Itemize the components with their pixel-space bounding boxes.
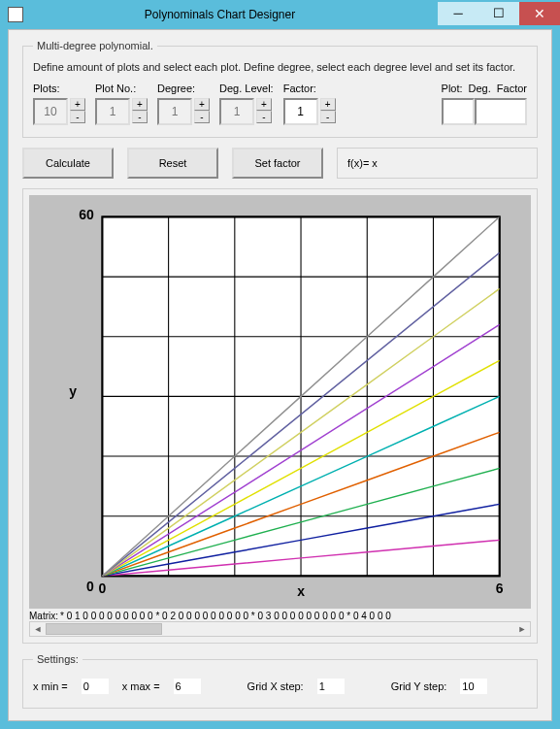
plots-label: Plots:	[33, 83, 85, 94]
readout-deg-label: Deg.	[469, 83, 491, 94]
settings-groupbox: Settings: x min = x max = Grid X step: G…	[22, 653, 538, 709]
deglevel-input[interactable]	[219, 98, 254, 125]
xmax-label: x max =	[122, 680, 160, 692]
calculate-button[interactable]: Calculate	[22, 148, 114, 179]
gridx-input[interactable]	[317, 679, 345, 694]
settings-title: Settings:	[33, 653, 82, 665]
app-icon	[8, 7, 23, 22]
titlebar: Polynominals Chart Designer ─ ☐ ✕	[0, 0, 560, 29]
app-window: Polynominals Chart Designer ─ ☐ ✕ Multi-…	[0, 0, 560, 729]
window-title: Polynominals Chart Designer	[31, 8, 438, 21]
deglevel-label: Deg. Level:	[219, 83, 274, 94]
chart-panel: 06006xy Matrix: * 0 1 0 0 0 0 0 0 0 0 0 …	[22, 188, 538, 644]
degree-inc-button[interactable]: +	[194, 98, 210, 111]
readout-factor-label: Factor	[497, 83, 527, 94]
plotno-group: Plot No.: + -	[95, 83, 148, 125]
reset-button[interactable]: Reset	[127, 148, 218, 179]
plots-inc-button[interactable]: +	[70, 98, 85, 111]
client-area: Multi-degree polynomial. Define amount o…	[8, 29, 552, 721]
gridx-label: Grid X step:	[247, 680, 304, 692]
close-button[interactable]: ✕	[519, 2, 560, 25]
scroll-thumb[interactable]	[46, 623, 162, 635]
xmin-label: x min =	[33, 680, 68, 692]
factor-group: Factor: + -	[283, 83, 336, 125]
degree-dec-button[interactable]: -	[194, 111, 210, 123]
degree-input[interactable]	[157, 98, 192, 125]
fx-label: f(x)= x	[347, 157, 378, 169]
deglevel-inc-button[interactable]: +	[256, 98, 272, 111]
deglevel-group: Deg. Level: + -	[219, 83, 274, 125]
plotno-dec-button[interactable]: -	[132, 111, 148, 123]
gridy-input[interactable]	[460, 679, 487, 694]
readout-degfactor-box	[475, 98, 527, 125]
factor-label: Factor:	[283, 83, 336, 94]
factor-input[interactable]	[283, 98, 318, 125]
factor-dec-button[interactable]: -	[320, 111, 336, 123]
polynomial-groupbox: Multi-degree polynomial. Define amount o…	[22, 40, 538, 138]
svg-text:60: 60	[79, 206, 94, 221]
matrix-label: Matrix:	[29, 611, 58, 621]
gridy-label: Grid Y step:	[391, 680, 447, 692]
svg-text:0: 0	[86, 579, 94, 594]
readout-plot-box	[442, 98, 475, 125]
fx-display: f(x)= x	[337, 148, 538, 179]
plots-dec-button[interactable]: -	[70, 111, 85, 123]
svg-text:0: 0	[98, 580, 106, 596]
degree-label: Degree:	[157, 83, 210, 94]
readout-group: Plot: Deg. Factor	[442, 83, 527, 125]
action-row: Calculate Reset Set factor f(x)= x	[22, 148, 538, 179]
param-row: Plots: + - Plot No.: +	[33, 83, 527, 125]
matrix-text: * 0 1 0 0 0 0 0 0 0 0 0 * 0 2 0 0 0 0 0 …	[60, 611, 391, 621]
minimize-button[interactable]: ─	[438, 2, 478, 25]
setfactor-button[interactable]: Set factor	[232, 148, 323, 179]
plots-input[interactable]	[33, 98, 68, 125]
matrix-row: Matrix: * 0 1 0 0 0 0 0 0 0 0 0 * 0 2 0 …	[29, 609, 531, 621]
chart-area: 06006xy	[29, 195, 531, 609]
svg-text:x: x	[297, 582, 305, 598]
readout-plot-label: Plot:	[442, 83, 463, 94]
chart-svg: 06006xy	[29, 195, 531, 609]
scroll-left-button[interactable]: ◄	[30, 622, 46, 636]
matrix-scrollbar[interactable]: ◄ ►	[29, 621, 531, 637]
polynomial-groupbox-title: Multi-degree polynomial.	[33, 40, 157, 51]
xmax-input[interactable]	[174, 679, 201, 694]
svg-text:6: 6	[496, 580, 504, 596]
deglevel-dec-button[interactable]: -	[256, 111, 272, 123]
plotno-inc-button[interactable]: +	[132, 98, 148, 111]
scroll-right-button[interactable]: ►	[514, 622, 530, 636]
xmin-input[interactable]	[82, 679, 109, 694]
plotno-input[interactable]	[95, 98, 130, 125]
svg-text:y: y	[69, 383, 77, 399]
polynomial-description: Define amount of plots and select each p…	[33, 61, 527, 73]
factor-inc-button[interactable]: +	[320, 98, 336, 111]
degree-group: Degree: + -	[157, 83, 210, 125]
maximize-button[interactable]: ☐	[478, 2, 519, 25]
plots-group: Plots: + -	[33, 83, 85, 125]
plotno-label: Plot No.:	[95, 83, 148, 94]
